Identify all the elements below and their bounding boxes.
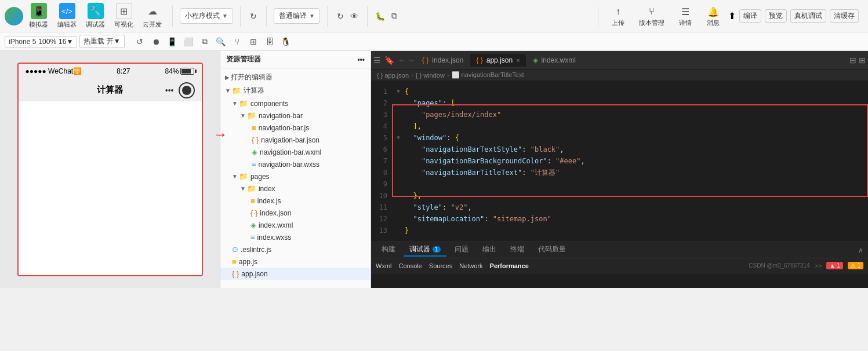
tab-bookmark-icon[interactable]: 🔖 — [384, 56, 394, 65]
chevron-up-icon[interactable]: ∧ — [858, 246, 863, 254]
chevron-right-icon[interactable]: >> — [815, 262, 822, 269]
copy-icon[interactable]: ⧉ — [199, 36, 210, 47]
layers-button[interactable]: ⧉ — [388, 10, 400, 22]
version-mgmt-button[interactable]: ⑂ 版本管理 — [633, 2, 670, 30]
js-icon-2: ■ — [250, 196, 255, 205]
sub-tab-network[interactable]: Network — [459, 262, 482, 269]
root-folder[interactable]: ▼ 📁 计算器 — [220, 84, 371, 97]
separator-1 — [172, 6, 173, 27]
zoom-level: 100% — [38, 38, 56, 46]
index-js-file[interactable]: ■ index.js — [220, 195, 371, 207]
messages-button[interactable]: 🔔 消息 — [700, 2, 726, 30]
compile-selector[interactable]: 普通编译 ▼ — [274, 8, 320, 24]
tab-index-wxml[interactable]: ◈ index.wxml — [527, 54, 582, 67]
file-tree-title: 资源管理器 — [226, 54, 261, 64]
details-icon: ☰ — [678, 5, 692, 19]
record-inner — [182, 86, 191, 95]
grid-icon[interactable]: ⊞ — [248, 36, 259, 47]
hotreload-button[interactable]: 热重载 开▼ — [79, 35, 124, 48]
mode-selector[interactable]: 小程序模式 ▼ — [180, 8, 233, 24]
app-json-file[interactable]: { } app.json — [220, 268, 371, 280]
real-debug-btn[interactable]: 真机调试 — [790, 9, 826, 23]
components-folder[interactable]: ▼ 📁 components — [220, 97, 371, 109]
tab-close-button[interactable]: × — [516, 57, 520, 64]
details-button[interactable]: ☰ 详情 — [673, 2, 698, 30]
index-json-file[interactable]: { } index.json — [220, 207, 371, 219]
app-js-file[interactable]: ■ app.js — [220, 255, 371, 268]
file-tree-menu[interactable]: ••• — [357, 56, 365, 64]
navbar-js-label: navigation-bar.js — [259, 124, 309, 132]
penguin-icon[interactable]: 🐧 — [280, 36, 292, 47]
reload-button[interactable]: ↻ — [335, 10, 346, 22]
clear-cache-btn[interactable]: 清缓存 — [830, 9, 859, 23]
upload-icon: ↑ — [611, 5, 625, 19]
sub-tab-console[interactable]: Console — [399, 262, 422, 269]
code-line-2: "pages": [ — [397, 97, 868, 109]
editor-tabs: ☰ 🔖 ← → { } index.json { } app.json × ◈ … — [371, 51, 868, 70]
navbar-json-label: navigation-bar.json — [261, 136, 319, 144]
debugger-sub-tabs: Wxml Console Sources Network Performance… — [371, 258, 868, 273]
tab-forward-arrow[interactable]: → — [407, 56, 415, 65]
search-icon[interactable]: 🔍 — [215, 36, 227, 47]
index-wxml-file[interactable]: ◈ index.wxml — [220, 219, 371, 231]
eslintrc-file[interactable]: ⊙ .eslintrc.js — [220, 243, 371, 255]
rotate-icon[interactable]: ↺ — [134, 36, 146, 47]
refresh-button[interactable]: ↻ — [248, 10, 259, 22]
bottom-tab-build[interactable]: 构建 — [376, 243, 401, 257]
breadcrumb-sep-2: › — [447, 72, 449, 79]
nav-bar-folder[interactable]: ▼ 📁 navigation-bar — [220, 109, 371, 122]
simulator-button[interactable]: 📱 模拟器 — [26, 1, 52, 31]
eslintrc-label: .eslintrc.js — [241, 246, 271, 254]
navbar-js-file[interactable]: ■ navigation-bar.js — [220, 122, 371, 134]
index-wxss-file[interactable]: ≡ index.wxss — [220, 231, 371, 243]
tab-app-json[interactable]: { } app.json × — [470, 54, 525, 67]
debugger-button[interactable]: 🔧 调试器 — [82, 1, 108, 31]
editor-button[interactable]: </> 编辑器 — [54, 1, 80, 31]
bottom-tab-problems[interactable]: 问题 — [449, 243, 474, 257]
tab-index-json[interactable]: { } index.json — [416, 54, 469, 67]
db-icon[interactable]: 🗄 — [264, 36, 275, 47]
layout-icon[interactable]: ⊞ — [859, 56, 866, 65]
pages-folder[interactable]: ▼ 📁 pages — [220, 170, 371, 182]
cloud-button[interactable]: ☁ 云开发 — [139, 1, 165, 31]
editor-icon: </> — [59, 3, 75, 19]
bottom-right-icons: ∧ — [858, 246, 863, 254]
nav-bar-dots[interactable]: ••• — [165, 86, 174, 95]
bottom-tab-quality[interactable]: 代码质量 — [532, 243, 572, 257]
nav-bar-record-button[interactable] — [179, 82, 195, 98]
simulator-label: 模拟器 — [29, 20, 48, 29]
avatar — [5, 7, 23, 25]
separator-5 — [367, 6, 368, 27]
navbar-json-file[interactable]: { } navigation-bar.json — [220, 134, 371, 146]
sub-tab-sources[interactable]: Sources — [429, 262, 452, 269]
split-editor-icon[interactable]: ⊟ — [849, 56, 856, 65]
expand-icon-components: ▼ — [232, 100, 238, 107]
tab-menu-icon[interactable]: ☰ — [373, 56, 381, 65]
stop-icon[interactable]: ⏺ — [150, 36, 162, 47]
opened-editors-section[interactable]: ▶ 打开的编辑器 — [220, 71, 371, 84]
tablet-icon[interactable]: ⬜ — [183, 36, 194, 47]
index-folder[interactable]: ▼ 📁 index — [220, 182, 371, 195]
branch-icon[interactable]: ⑂ — [231, 36, 243, 47]
navbar-wxss-file[interactable]: ≡ navigation-bar.wxss — [220, 158, 371, 170]
upload-button[interactable]: ↑ 上传 — [605, 2, 631, 30]
bottom-tab-debugger[interactable]: 调试器1 — [404, 243, 446, 257]
json-icon-1: { } — [252, 136, 259, 144]
visualize-button[interactable]: ⊞ 可视化 — [111, 1, 137, 31]
preview-eye-button[interactable]: 👁 — [348, 10, 360, 22]
preview-btn[interactable]: 预览 — [765, 9, 787, 23]
code-content[interactable]: ▼ { "pages": [ "pages/index/index" ], — [392, 81, 868, 242]
sub-tab-performance[interactable]: Performance — [490, 262, 529, 269]
tab-back-arrow[interactable]: ← — [398, 56, 406, 65]
compile-btn[interactable]: 编译 — [739, 9, 761, 23]
debug-button[interactable]: 🐛 — [375, 10, 386, 22]
bottom-tab-terminal[interactable]: 终端 — [504, 243, 530, 257]
phone-icon[interactable]: 📱 — [166, 36, 178, 47]
sub-tab-wxml[interactable]: Wxml — [376, 262, 392, 269]
device-selector[interactable]: iPhone 5 100% 16▼ — [5, 36, 77, 47]
file-tree-panel: 资源管理器 ••• ▶ 打开的编辑器 ▼ 📁 计算器 ▼ 📁 component… — [220, 51, 371, 288]
upload-icon2[interactable]: ⬆ — [728, 10, 736, 21]
battery-fill — [181, 69, 191, 74]
bottom-tab-output[interactable]: 输出 — [477, 243, 502, 257]
navbar-wxml-file[interactable]: ◈ navigation-bar.wxml — [220, 146, 371, 158]
